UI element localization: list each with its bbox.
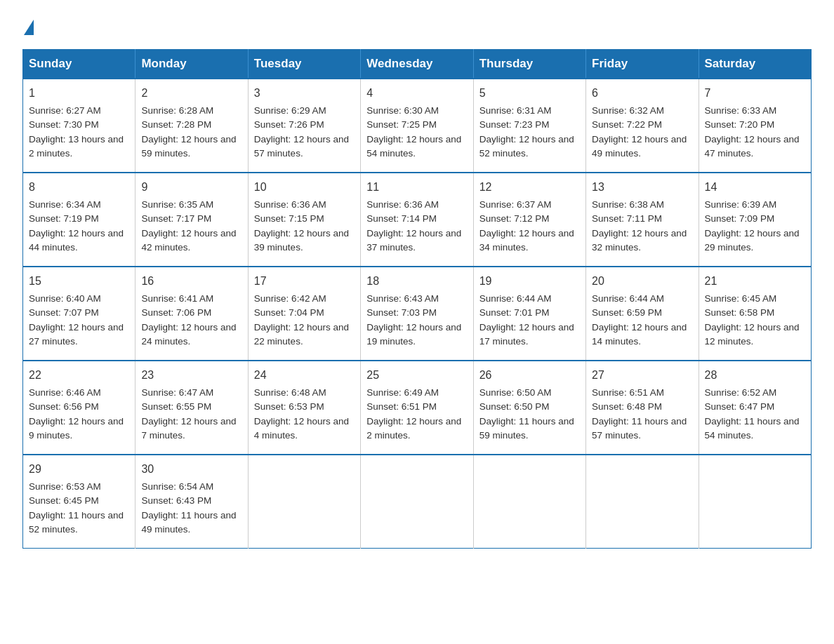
sunrise-text: Sunrise: 6:39 AM [705,199,777,210]
calendar-cell [473,455,585,549]
daylight-text: Daylight: 12 hours and 47 minutes. [705,134,800,159]
day-number: 30 [141,461,241,478]
sunrise-text: Sunrise: 6:36 AM [366,199,439,210]
day-number: 14 [705,179,805,196]
daylight-text: Daylight: 12 hours and 22 minutes. [254,322,349,347]
header-day-monday: Monday [135,50,248,79]
daylight-text: Daylight: 12 hours and 27 minutes. [29,322,124,347]
sunrise-text: Sunrise: 6:35 AM [141,199,213,210]
logo-text [22,17,34,35]
calendar-week-row-3: 15Sunrise: 6:40 AMSunset: 7:07 PMDayligh… [23,267,812,361]
day-number: 27 [592,367,692,384]
daylight-text: Daylight: 12 hours and 49 minutes. [592,134,687,159]
sunset-text: Sunset: 6:58 PM [705,307,775,318]
sunrise-text: Sunrise: 6:40 AM [29,293,101,304]
sunrise-text: Sunrise: 6:34 AM [29,199,101,210]
calendar-cell: 19Sunrise: 6:44 AMSunset: 7:01 PMDayligh… [473,267,585,361]
day-number: 18 [366,273,467,290]
day-number: 17 [254,273,355,290]
calendar-table: SundayMondayTuesdayWednesdayThursdayFrid… [22,49,812,549]
calendar-cell: 20Sunrise: 6:44 AMSunset: 6:59 PMDayligh… [586,267,699,361]
sunrise-text: Sunrise: 6:54 AM [141,481,213,492]
calendar-cell: 10Sunrise: 6:36 AMSunset: 7:15 PMDayligh… [248,173,360,267]
sunrise-text: Sunrise: 6:51 AM [592,387,664,398]
sunset-text: Sunset: 6:51 PM [366,401,437,412]
calendar-cell: 2Sunrise: 6:28 AMSunset: 7:28 PMDaylight… [135,79,248,173]
sunset-text: Sunset: 6:55 PM [141,401,211,412]
header-day-saturday: Saturday [699,50,811,79]
sunset-text: Sunset: 7:30 PM [29,119,99,130]
sunset-text: Sunset: 7:26 PM [254,119,324,130]
calendar-cell: 23Sunrise: 6:47 AMSunset: 6:55 PMDayligh… [135,361,248,455]
sunrise-text: Sunrise: 6:32 AM [592,105,664,116]
day-number: 26 [479,367,580,384]
sunset-text: Sunset: 7:03 PM [366,307,437,318]
daylight-text: Daylight: 13 hours and 2 minutes. [29,134,124,159]
sunset-text: Sunset: 6:50 PM [479,401,550,412]
daylight-text: Daylight: 12 hours and 24 minutes. [141,322,236,347]
day-number: 21 [705,273,805,290]
day-number: 25 [366,367,467,384]
sunrise-text: Sunrise: 6:42 AM [254,293,326,304]
sunset-text: Sunset: 7:07 PM [29,307,99,318]
daylight-text: Daylight: 12 hours and 14 minutes. [592,322,687,347]
calendar-cell [586,455,699,549]
daylight-text: Daylight: 11 hours and 54 minutes. [705,416,800,441]
calendar-cell: 29Sunrise: 6:53 AMSunset: 6:45 PMDayligh… [23,455,135,549]
sunset-text: Sunset: 7:25 PM [366,119,437,130]
sunrise-text: Sunrise: 6:44 AM [479,293,552,304]
calendar-cell: 27Sunrise: 6:51 AMSunset: 6:48 PMDayligh… [586,361,699,455]
sunset-text: Sunset: 7:20 PM [705,119,775,130]
daylight-text: Daylight: 12 hours and 44 minutes. [29,228,124,253]
calendar-cell: 26Sunrise: 6:50 AMSunset: 6:50 PMDayligh… [473,361,585,455]
sunset-text: Sunset: 7:19 PM [29,213,99,224]
sunrise-text: Sunrise: 6:53 AM [29,481,101,492]
sunset-text: Sunset: 7:14 PM [366,213,437,224]
day-number: 6 [592,85,692,102]
calendar-cell: 4Sunrise: 6:30 AMSunset: 7:25 PMDaylight… [361,79,473,173]
logo-triangle-icon [24,20,34,35]
sunset-text: Sunset: 7:01 PM [479,307,550,318]
day-number: 12 [479,179,580,196]
sunset-text: Sunset: 7:09 PM [705,213,775,224]
sunset-text: Sunset: 6:45 PM [29,495,99,506]
calendar-cell: 17Sunrise: 6:42 AMSunset: 7:04 PMDayligh… [248,267,360,361]
sunrise-text: Sunrise: 6:44 AM [592,293,664,304]
day-number: 13 [592,179,692,196]
day-number: 19 [479,273,580,290]
sunset-text: Sunset: 7:15 PM [254,213,324,224]
calendar-cell: 30Sunrise: 6:54 AMSunset: 6:43 PMDayligh… [135,455,248,549]
sunset-text: Sunset: 7:04 PM [254,307,324,318]
day-number: 5 [479,85,580,102]
calendar-cell: 8Sunrise: 6:34 AMSunset: 7:19 PMDaylight… [23,173,135,267]
day-number: 23 [141,367,241,384]
sunrise-text: Sunrise: 6:33 AM [705,105,777,116]
calendar-cell: 16Sunrise: 6:41 AMSunset: 7:06 PMDayligh… [135,267,248,361]
sunrise-text: Sunrise: 6:46 AM [29,387,101,398]
header-day-thursday: Thursday [473,50,585,79]
calendar-cell: 22Sunrise: 6:46 AMSunset: 6:56 PMDayligh… [23,361,135,455]
calendar-cell: 9Sunrise: 6:35 AMSunset: 7:17 PMDaylight… [135,173,248,267]
sunset-text: Sunset: 7:06 PM [141,307,211,318]
day-number: 8 [29,179,129,196]
sunrise-text: Sunrise: 6:37 AM [479,199,552,210]
calendar-week-row-1: 1Sunrise: 6:27 AMSunset: 7:30 PMDaylight… [23,79,812,173]
calendar-week-row-5: 29Sunrise: 6:53 AMSunset: 6:45 PMDayligh… [23,455,812,549]
daylight-text: Daylight: 12 hours and 17 minutes. [479,322,574,347]
calendar-cell: 25Sunrise: 6:49 AMSunset: 6:51 PMDayligh… [361,361,473,455]
daylight-text: Daylight: 12 hours and 34 minutes. [479,228,574,253]
day-number: 4 [366,85,467,102]
calendar-cell: 15Sunrise: 6:40 AMSunset: 7:07 PMDayligh… [23,267,135,361]
sunset-text: Sunset: 6:59 PM [592,307,662,318]
logo [22,17,34,35]
daylight-text: Daylight: 12 hours and 19 minutes. [366,322,461,347]
sunrise-text: Sunrise: 6:29 AM [254,105,326,116]
day-number: 10 [254,179,355,196]
header [22,17,812,35]
calendar-week-row-4: 22Sunrise: 6:46 AMSunset: 6:56 PMDayligh… [23,361,812,455]
sunset-text: Sunset: 7:22 PM [592,119,662,130]
day-number: 24 [254,367,355,384]
sunrise-text: Sunrise: 6:43 AM [366,293,439,304]
header-day-tuesday: Tuesday [248,50,360,79]
sunrise-text: Sunrise: 6:27 AM [29,105,101,116]
